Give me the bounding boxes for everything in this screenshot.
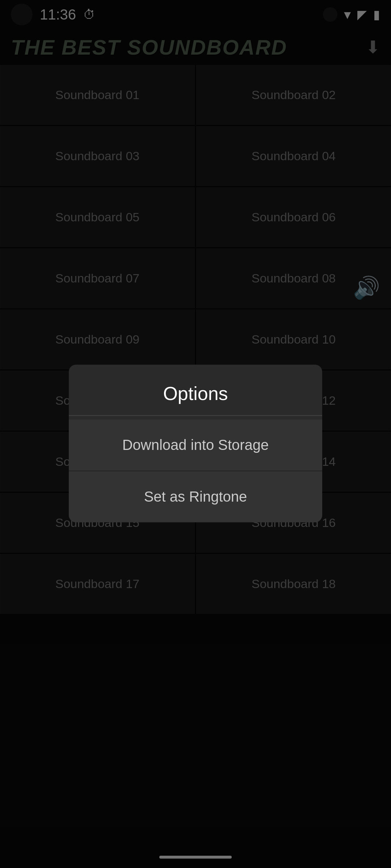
set-ringtone-button[interactable]: Set as Ringtone — [69, 471, 322, 522]
download-storage-button[interactable]: Download into Storage — [69, 420, 322, 471]
options-title: Options — [69, 365, 322, 415]
options-modal: Options Download into Storage Set as Rin… — [69, 365, 322, 522]
options-divider — [69, 415, 322, 416]
